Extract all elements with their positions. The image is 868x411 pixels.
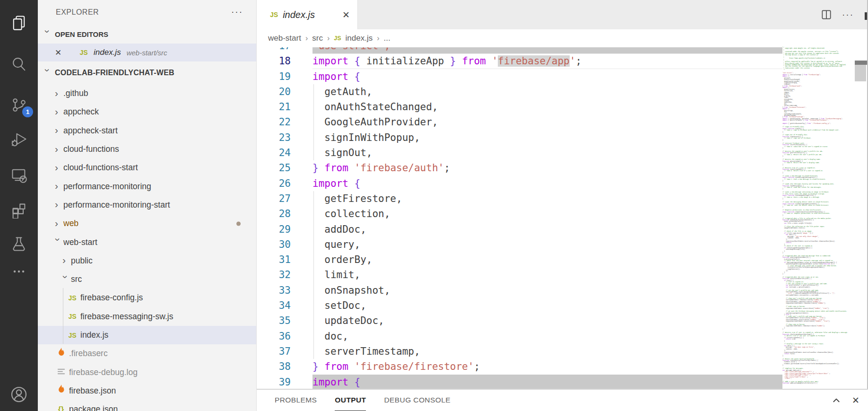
code-line-23[interactable]: 23 signInWithPopup, xyxy=(257,130,782,145)
code-line-28[interactable]: 28 collection, xyxy=(257,206,782,221)
code-line-37[interactable]: 37 serverTimestamp, xyxy=(257,344,782,359)
code-line-39[interactable]: 39import { xyxy=(257,375,782,389)
code-line-30[interactable]: 30 query, xyxy=(257,237,782,252)
line-number[interactable]: 29 xyxy=(257,222,312,237)
line-number[interactable]: 21 xyxy=(257,99,312,114)
activity-bar-extensions-icon[interactable] xyxy=(0,197,38,223)
code-line-26[interactable]: 26import { xyxy=(257,176,782,191)
line-number[interactable]: 37 xyxy=(257,344,312,359)
tree-item-firebase-json[interactable]: firebase.json xyxy=(38,382,256,400)
breadcrumb-item[interactable]: web-start xyxy=(268,34,301,43)
tree-item-label: .firebaserc xyxy=(69,349,108,359)
tab-indexjs[interactable]: JS index.js ✕ xyxy=(257,0,358,29)
close-panel-icon[interactable]: ✕ xyxy=(852,395,859,406)
code-line-22[interactable]: 22 GoogleAuthProvider, xyxy=(257,114,782,130)
line-number[interactable]: 39 xyxy=(257,375,312,389)
tree-item-web-start[interactable]: ›web-start xyxy=(38,233,256,251)
code-line-29[interactable]: 29 addDoc, xyxy=(257,222,782,237)
code-line-25[interactable]: 25} from 'firebase/auth'; xyxy=(257,160,782,175)
code-editor[interactable]: 17'use strict';18import { initializeApp … xyxy=(257,47,782,389)
tree-item-firebase-debug-log[interactable]: firebase-debug.log xyxy=(38,363,256,381)
activity-bar-account-icon[interactable] xyxy=(0,381,38,408)
panel-tab-problems[interactable]: PROBLEMS xyxy=(275,389,317,411)
breadcrumb-item[interactable]: index.js xyxy=(346,34,373,43)
tree-item-appcheck-start[interactable]: ›appcheck-start xyxy=(38,122,256,140)
tree-item-performance-monitoring-start[interactable]: ›performance-monitoring-start xyxy=(38,196,256,214)
code-line-31[interactable]: 31 orderBy, xyxy=(257,252,782,267)
editor-scrollbar[interactable] xyxy=(854,29,868,389)
line-number[interactable]: 22 xyxy=(257,114,312,130)
open-editors-header[interactable]: › OPEN EDITORS xyxy=(38,25,256,44)
panel-tab-debug-console[interactable]: DEBUG CONSOLE xyxy=(384,389,450,411)
js-file-icon: JS xyxy=(78,49,90,56)
line-number[interactable]: 30 xyxy=(257,237,312,252)
more-actions-icon[interactable]: ··· xyxy=(842,9,854,20)
line-number[interactable]: 36 xyxy=(257,329,312,344)
tree-item-cloud-functions-start[interactable]: ›cloud-functions-start xyxy=(38,158,256,177)
minimap[interactable]: /** * Copyright 2015 Google Inc. All Rig… xyxy=(782,46,853,389)
activity-bar-source-control-icon[interactable]: 1 xyxy=(0,92,38,118)
tab-close-icon[interactable]: ✕ xyxy=(342,9,350,20)
code-line-19[interactable]: 19import { xyxy=(257,69,782,84)
tree-item-cloud-functions[interactable]: ›cloud-functions xyxy=(38,140,256,158)
file-tree: ›.github›appcheck›appcheck-start›cloud-f… xyxy=(38,84,256,411)
line-number[interactable]: 17 xyxy=(257,47,312,53)
tree-item-performance-monitoring[interactable]: ›performance-monitoring xyxy=(38,177,256,195)
line-number[interactable]: 20 xyxy=(257,84,312,99)
project-root-header[interactable]: › CODELAB-FRIENDLYCHAT-WEB xyxy=(38,61,256,84)
tree-item-web[interactable]: ›web xyxy=(38,214,256,233)
tree-item-index-js[interactable]: JSindex.js xyxy=(38,326,256,344)
activity-bar-files-icon[interactable] xyxy=(0,9,38,36)
line-number[interactable]: 31 xyxy=(257,252,312,267)
js-file-icon: JS xyxy=(66,294,78,302)
open-editor-item-indexjs[interactable]: ✕ JS index.js web-start/src xyxy=(38,44,256,61)
code-line-34[interactable]: 34 setDoc, xyxy=(257,298,782,313)
activity-bar-search-icon[interactable] xyxy=(0,51,38,78)
tree-item-src[interactable]: ›src xyxy=(38,270,256,289)
tree-item-public[interactable]: ›public xyxy=(38,252,256,270)
line-number[interactable]: 24 xyxy=(257,145,312,160)
code-line-18[interactable]: 18import { initializeApp } from 'firebas… xyxy=(257,53,782,69)
code-line-27[interactable]: 27 getFirestore, xyxy=(257,191,782,206)
line-number[interactable]: 33 xyxy=(257,283,312,298)
code-line-21[interactable]: 21 onAuthStateChanged, xyxy=(257,99,782,114)
js-file-icon: JS xyxy=(334,35,341,42)
editor-tab-bar: JS index.js ✕ ··· xyxy=(257,0,868,29)
tree-item--firebaserc[interactable]: .firebaserc xyxy=(38,344,256,363)
line-number[interactable]: 32 xyxy=(257,267,312,282)
panel-tab-output[interactable]: OUTPUT xyxy=(335,389,366,411)
breadcrumb-item[interactable]: src xyxy=(312,34,323,43)
line-number[interactable]: 28 xyxy=(257,206,312,221)
tree-item-firebase-config-js[interactable]: JSfirebase-config.js xyxy=(38,289,256,307)
line-number[interactable]: 38 xyxy=(257,359,312,374)
activity-bar-more-icon[interactable] xyxy=(0,258,38,285)
line-number[interactable]: 27 xyxy=(257,191,312,206)
code-line-20[interactable]: 20 getAuth, xyxy=(257,84,782,99)
line-number[interactable]: 25 xyxy=(257,160,312,175)
tree-item-firebase-messaging-sw-js[interactable]: JSfirebase-messaging-sw.js xyxy=(38,307,256,326)
explorer-more-actions-icon[interactable]: ··· xyxy=(231,7,243,17)
code-line-35[interactable]: 35 updateDoc, xyxy=(257,313,782,328)
activity-bar-run-debug-icon[interactable] xyxy=(0,126,38,152)
line-number[interactable]: 23 xyxy=(257,130,312,145)
line-number[interactable]: 35 xyxy=(257,313,312,328)
line-number[interactable]: 34 xyxy=(257,298,312,313)
close-icon[interactable]: ✕ xyxy=(55,48,66,58)
line-number[interactable]: 18 xyxy=(257,53,312,69)
breadcrumb-item[interactable]: ... xyxy=(384,34,391,43)
tree-item-package-json[interactable]: {}package.json xyxy=(38,400,256,411)
tree-item--github[interactable]: ›.github xyxy=(38,84,256,103)
line-number[interactable]: 26 xyxy=(257,176,312,191)
code-line-38[interactable]: 38} from 'firebase/firestore'; xyxy=(257,359,782,374)
activity-bar-testing-icon[interactable] xyxy=(0,231,38,257)
maximize-panel-icon[interactable] xyxy=(832,396,841,405)
line-number[interactable]: 19 xyxy=(257,69,312,84)
split-editor-icon[interactable] xyxy=(820,9,833,21)
activity-bar-remote-explorer-icon[interactable] xyxy=(0,162,38,188)
tree-item-appcheck[interactable]: ›appcheck xyxy=(38,103,256,121)
code-line-17[interactable]: 17'use strict'; xyxy=(257,47,782,53)
code-line-24[interactable]: 24 signOut, xyxy=(257,145,782,160)
code-line-36[interactable]: 36 doc, xyxy=(257,329,782,344)
code-line-32[interactable]: 32 limit, xyxy=(257,267,782,282)
code-line-33[interactable]: 33 onSnapshot, xyxy=(257,283,782,298)
